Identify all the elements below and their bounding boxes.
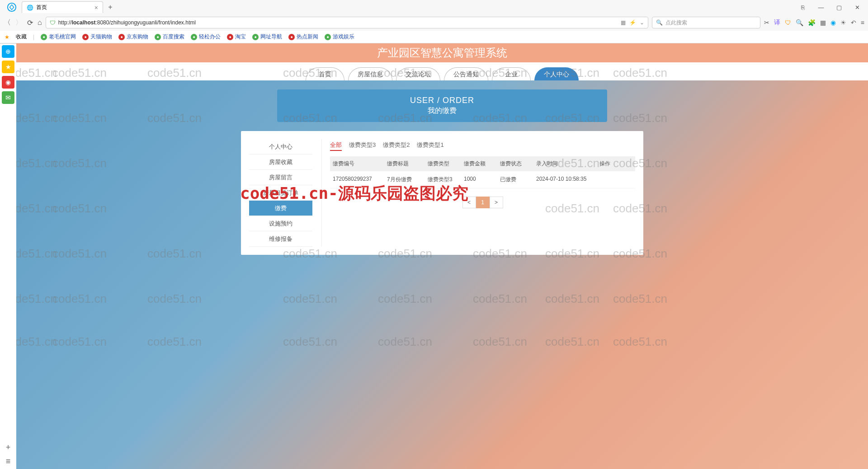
address-bar: 〈 〉 ⟳ ⌂ 🛡 http://localhost:8080/zhihuigo… [0, 14, 868, 31]
bookmark-item[interactable]: ●京东购物 [118, 33, 148, 41]
bookmark-icon: ● [118, 34, 125, 40]
new-tab-button[interactable]: + [104, 3, 117, 11]
zoom-icon[interactable]: 🔍 [796, 19, 803, 26]
add-icon[interactable]: + [6, 443, 11, 452]
bookmark-item[interactable]: ●轻松办公 [191, 33, 221, 41]
scissors-icon[interactable]: ✂ [764, 19, 769, 26]
filter-tab-type2[interactable]: 缴费类型2 [383, 141, 410, 151]
page-next[interactable]: > [490, 197, 503, 208]
menu-icon[interactable]: ≡ [861, 19, 864, 26]
globe2-icon[interactable]: ◉ [830, 19, 836, 26]
section-title-zh: 我的缴费 [277, 106, 607, 116]
url-path: :8080/zhihuigongyuguanli/front/index.htm… [95, 19, 195, 26]
th-amount: 缴费金额 [464, 160, 500, 168]
td-time: 2024-07-10 10:58:35 [536, 176, 599, 183]
main-panel: 全部 缴费类型3 缴费类型2 缴费类型1 缴费编号 缴费标题 缴费类型 缴费金额… [321, 139, 635, 247]
favorites-label[interactable]: 收藏 [16, 33, 27, 41]
undo-icon[interactable]: ↶ [851, 19, 856, 26]
nav-tab-forum[interactable]: 交流论坛 [396, 67, 440, 80]
browser-tab[interactable]: 🌐 首页 × [22, 1, 103, 13]
back-icon[interactable]: 〈 [4, 18, 11, 28]
nav-tab-home[interactable]: 首页 [306, 67, 344, 80]
minimize-icon[interactable]: — [812, 4, 830, 11]
grid-icon[interactable]: ▦ [820, 19, 826, 26]
search-icon: 🔍 [656, 19, 663, 26]
list-icon[interactable]: ≡ [6, 457, 11, 466]
td-type: 缴费类型3 [428, 176, 464, 183]
nav-buttons: 〈 〉 ⟳ ⌂ [4, 18, 42, 28]
bookmark-item[interactable]: ●淘宝 [227, 33, 246, 41]
sun-icon[interactable]: ☀ [840, 19, 846, 26]
bookmark-icon: ● [288, 34, 295, 40]
translate-icon[interactable]: 译 [774, 19, 780, 27]
page-prev[interactable]: < [462, 197, 476, 208]
side-menu-item-lease[interactable]: 房屋租赁订单 [249, 185, 312, 201]
page-body: USER / ORDER 我的缴费 个人中心 房屋收藏 房屋留言 房屋租赁订单 … [16, 80, 868, 264]
browser-chrome: 🌐 首页 × + ⎘ — ▢ ✕ 〈 〉 ⟳ ⌂ 🛡 http://localh… [0, 0, 868, 44]
bookmark-item[interactable]: ●天猫购物 [82, 33, 112, 41]
nav-tab-company[interactable]: 企业 [492, 67, 531, 80]
pagination: < 1 > [330, 197, 635, 208]
dock-item[interactable]: ✉ [2, 91, 14, 104]
bookmark-item[interactable]: ●热点新闻 [288, 33, 318, 41]
side-menu-item-payment[interactable]: 缴费 [249, 201, 312, 216]
side-menu-item-profile[interactable]: 个人中心 [249, 139, 312, 155]
maximize-icon[interactable]: ▢ [830, 4, 848, 11]
page: 产业园区智慧公寓管理系统 首页 房屋信息 交流论坛 公告通知 企业 个人中心 U… [16, 43, 868, 469]
content-card: 个人中心 房屋收藏 房屋留言 房屋租赁订单 缴费 设施预约 维修报备 全部 缴费… [241, 131, 643, 255]
th-type: 缴费类型 [428, 160, 464, 168]
dropdown-icon[interactable]: ⌄ [640, 19, 644, 26]
bookmark-item[interactable]: ●百度搜索 [155, 33, 184, 41]
bookmark-icon: ● [82, 34, 89, 40]
shield2-icon[interactable]: 🛡 [785, 19, 791, 26]
favorites-icon[interactable]: ★ [5, 34, 9, 40]
toolbar-icons: ✂ 译 🛡 🔍 🧩 ▦ ◉ ☀ ↶ ≡ [764, 19, 864, 27]
nav-tab-notice[interactable]: 公告通知 [444, 67, 488, 80]
filter-tabs: 全部 缴费类型3 缴费类型2 缴费类型1 [330, 139, 635, 156]
pin-icon[interactable]: ⎘ [794, 4, 812, 11]
side-menu-item-collection[interactable]: 房屋收藏 [249, 155, 312, 170]
filter-tab-all[interactable]: 全部 [330, 141, 342, 151]
bookmark-icon: ● [191, 34, 197, 40]
url-input[interactable]: 🛡 http://localhost:8080/zhihuigongyuguan… [46, 17, 648, 28]
bookmark-item[interactable]: ●网址导航 [252, 33, 282, 41]
qr-icon[interactable]: ▦ [621, 19, 626, 26]
bookmark-item[interactable]: ●老毛桃官网 [41, 33, 76, 41]
side-menu-item-facility[interactable]: 设施预约 [249, 216, 312, 231]
dock-item[interactable]: ◉ [2, 76, 14, 89]
app-header: 产业园区智慧公寓管理系统 [16, 43, 868, 62]
filter-tab-type3[interactable]: 缴费类型3 [349, 141, 376, 151]
section-title-card: USER / ORDER 我的缴费 [277, 89, 607, 122]
side-menu-item-message[interactable]: 房屋留言 [249, 170, 312, 185]
home-icon[interactable]: ⌂ [38, 19, 42, 27]
table-header: 缴费编号 缴费标题 缴费类型 缴费金额 缴费状态 录入时间 操作 [330, 156, 635, 171]
section-title-en: USER / ORDER [277, 96, 607, 105]
close-window-icon[interactable]: ✕ [848, 4, 866, 11]
url-prefix: http:// [58, 19, 72, 26]
puzzle-icon[interactable]: 🧩 [808, 19, 816, 26]
dock-item[interactable]: ⊕ [2, 45, 14, 58]
app-title: 产业园区智慧公寓管理系统 [377, 46, 507, 60]
td-title: 7月份缴费 [387, 176, 428, 183]
shield-icon: 🛡 [50, 19, 56, 26]
window-controls: ⎘ — ▢ ✕ [794, 4, 866, 11]
search-input[interactable]: 🔍 点此搜索 [652, 17, 760, 28]
td-action[interactable] [599, 176, 632, 183]
nav-tab-user[interactable]: 个人中心 [534, 67, 579, 80]
close-tab-icon[interactable]: × [94, 4, 98, 11]
browser-logo-icon [5, 1, 18, 14]
flash-icon[interactable]: ⚡ [629, 19, 636, 26]
page-current[interactable]: 1 [476, 197, 490, 208]
tab-bar: 🌐 首页 × + ⎘ — ▢ ✕ [0, 0, 868, 14]
dock-item[interactable]: ★ [2, 61, 14, 73]
tab-title: 首页 [36, 4, 47, 11]
bookmark-icon: ● [325, 34, 331, 40]
filter-tab-type1[interactable]: 缴费类型1 [417, 141, 443, 151]
bookmark-icon: ● [155, 34, 161, 40]
nav-tab-house[interactable]: 房屋信息 [348, 67, 392, 80]
forward-icon[interactable]: 〉 [15, 18, 23, 28]
bookmark-item[interactable]: ●游戏娱乐 [325, 33, 354, 41]
reload-icon[interactable]: ⟳ [27, 19, 33, 27]
side-menu-item-repair[interactable]: 维修报备 [249, 231, 312, 247]
bookmark-icon: ● [252, 34, 259, 40]
